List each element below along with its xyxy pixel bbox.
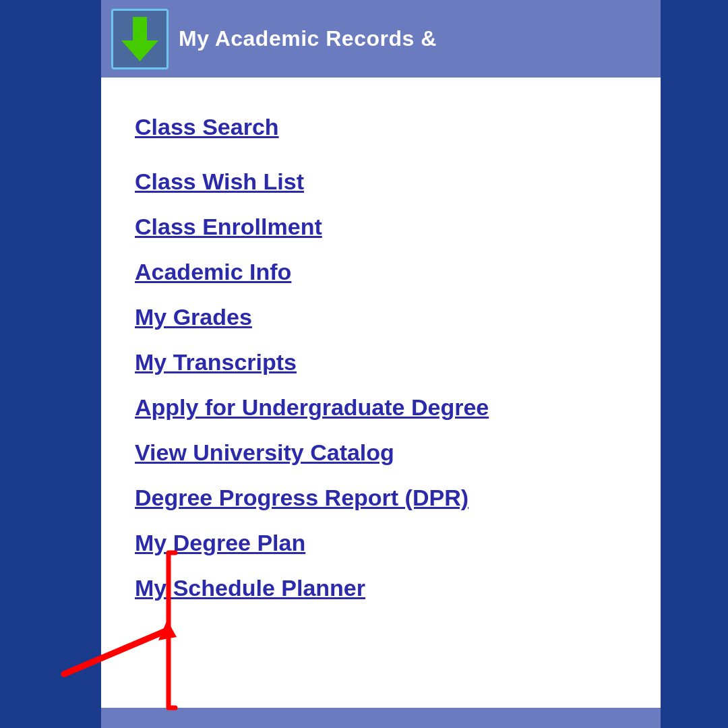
nav-item-class-search: Class Search: [135, 104, 627, 159]
apply-undergrad-link[interactable]: Apply for Undergraduate Degree: [135, 394, 489, 420]
nav-item-class-enrollment: Class Enrollment: [135, 204, 627, 249]
my-transcripts-link[interactable]: My Transcripts: [135, 349, 297, 375]
bottom-bar: [101, 708, 661, 728]
content-panel: My Academic Records & Class Search Class…: [101, 0, 661, 728]
svg-marker-1: [121, 40, 158, 61]
nav-item-my-schedule-planner: My Schedule Planner: [135, 566, 627, 611]
svg-rect-0: [133, 17, 147, 40]
nav-item-my-grades: My Grades: [135, 295, 627, 340]
header-bar: My Academic Records &: [101, 0, 661, 78]
download-icon: [118, 16, 162, 63]
class-search-link[interactable]: Class Search: [135, 114, 279, 140]
nav-item-class-wish-list: Class Wish List: [135, 159, 627, 204]
nav-item-my-degree-plan: My Degree Plan: [135, 520, 627, 566]
my-schedule-planner-link[interactable]: My Schedule Planner: [135, 575, 365, 601]
nav-item-my-transcripts: My Transcripts: [135, 340, 627, 385]
nav-item-view-catalog: View University Catalog: [135, 430, 627, 475]
header-title: My Academic Records &: [179, 26, 437, 51]
my-grades-link[interactable]: My Grades: [135, 304, 252, 330]
view-catalog-link[interactable]: View University Catalog: [135, 439, 394, 465]
nav-list: Class Search Class Wish List Class Enrol…: [101, 78, 661, 638]
nav-item-apply-undergrad: Apply for Undergraduate Degree: [135, 385, 627, 430]
class-enrollment-link[interactable]: Class Enrollment: [135, 214, 322, 239]
academic-info-link[interactable]: Academic Info: [135, 259, 291, 284]
nav-item-degree-progress: Degree Progress Report (DPR): [135, 475, 627, 520]
degree-progress-link[interactable]: Degree Progress Report (DPR): [135, 485, 468, 510]
logo-box: [111, 9, 169, 69]
nav-item-academic-info: Academic Info: [135, 249, 627, 295]
my-degree-plan-link[interactable]: My Degree Plan: [135, 530, 305, 555]
class-wish-list-link[interactable]: Class Wish List: [135, 169, 304, 194]
